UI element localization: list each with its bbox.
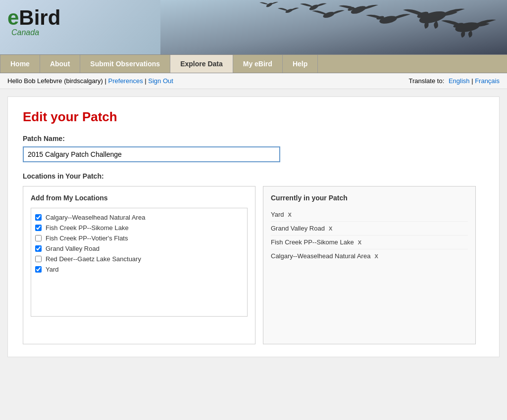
logo-bird-text: Bird <box>19 6 60 29</box>
locations-label: Locations in Your Patch: <box>23 172 484 180</box>
logo-area: eBird Canada <box>7 7 60 37</box>
user-bar: Hello Bob Lefebvre (birdscalgary) | Pref… <box>0 73 507 89</box>
logo-canada: Canada <box>11 28 60 37</box>
location-label-4: Grand Valley Road <box>46 245 100 252</box>
list-item: Fish Creek PP--Votier's Flats <box>35 233 243 243</box>
nav-my-ebird[interactable]: My eBird <box>233 55 283 73</box>
list-item: Fish Creek PP--Sikome Lake <box>35 223 243 233</box>
current-patch-item: Grand Valley Road X <box>271 222 468 235</box>
page-title: Edit your Patch <box>23 109 484 125</box>
translate-label: Translate to: <box>408 77 444 85</box>
logo-e-letter: e <box>7 6 19 29</box>
user-greeting-area: Hello Bob Lefebvre (birdscalgary) | Pref… <box>7 77 173 85</box>
current-patch-title: Currently in your Patch <box>271 194 468 202</box>
location-label-1: Calgary--Weaselhead Natural Area <box>46 214 145 221</box>
francais-link[interactable]: Français <box>475 77 500 85</box>
logo-ebird: eBird <box>7 7 60 28</box>
current-patch-item: Calgary--Weaselhead Natural Area X <box>271 249 468 263</box>
remove-yard-button[interactable]: X <box>288 212 292 218</box>
location-checkbox-1[interactable] <box>35 214 42 221</box>
current-item-label-3: Fish Creek PP--Sikome Lake <box>271 238 354 246</box>
location-label-5: Red Deer--Gaetz Lake Sanctuary <box>46 255 141 263</box>
translate-area: Translate to: English | Français <box>408 77 500 85</box>
list-item: Calgary--Weaselhead Natural Area <box>35 212 243 223</box>
header: eBird Canada <box>0 0 507 54</box>
locations-section: Locations in Your Patch: Add from My Loc… <box>23 172 484 344</box>
birds-silhouette <box>160 0 507 54</box>
location-checkbox-6[interactable] <box>35 266 42 273</box>
nav-home[interactable]: Home <box>0 55 40 73</box>
list-item: Red Deer--Gaetz Lake Sanctuary <box>35 254 243 264</box>
list-item: Grand Valley Road <box>35 243 243 254</box>
patch-name-input[interactable] <box>23 146 280 162</box>
location-checkbox-5[interactable] <box>35 256 42 262</box>
current-item-label-2: Grand Valley Road <box>271 225 325 232</box>
location-checkbox-2[interactable] <box>35 225 42 231</box>
remove-grand-valley-button[interactable]: X <box>329 226 332 232</box>
current-item-label-4: Calgary--Weaselhead Natural Area <box>271 252 370 260</box>
user-greeting-text: Hello Bob Lefebvre (birdscalgary) | <box>7 77 106 85</box>
nav-about[interactable]: About <box>40 55 80 73</box>
remove-fish-creek-button[interactable]: X <box>358 239 361 245</box>
current-patch-box: Currently in your Patch Yard X Grand Val… <box>263 186 476 344</box>
my-locations-list: Calgary--Weaselhead Natural Area Fish Cr… <box>31 208 248 317</box>
patch-name-label: Patch Name: <box>23 135 484 142</box>
nav-submit-observations[interactable]: Submit Observations <box>80 55 170 73</box>
nav-bar: Home About Submit Observations Explore D… <box>0 54 507 73</box>
remove-calgary-button[interactable]: X <box>374 253 378 259</box>
list-item: Yard <box>35 264 243 275</box>
location-checkbox-4[interactable] <box>35 245 42 252</box>
add-locations-box: Add from My Locations Calgary--Weaselhea… <box>23 186 255 344</box>
add-locations-title: Add from My Locations <box>31 194 248 202</box>
nav-help[interactable]: Help <box>283 55 318 73</box>
nav-explore-data[interactable]: Explore Data <box>170 55 233 73</box>
location-checkbox-3[interactable] <box>35 235 42 241</box>
current-item-label-1: Yard <box>271 211 284 218</box>
location-label-3: Fish Creek PP--Votier's Flats <box>46 234 128 242</box>
english-link[interactable]: English <box>449 77 470 85</box>
location-label-6: Yard <box>46 266 59 273</box>
main-content: Edit your Patch Patch Name: Locations in… <box>7 96 500 357</box>
locations-container: Add from My Locations Calgary--Weaselhea… <box>23 186 484 344</box>
current-patch-item: Fish Creek PP--Sikome Lake X <box>271 235 468 249</box>
location-label-2: Fish Creek PP--Sikome Lake <box>46 224 129 232</box>
signout-link[interactable]: Sign Out <box>148 77 173 85</box>
preferences-link[interactable]: Preferences <box>108 77 143 85</box>
current-patch-item: Yard X <box>271 208 468 222</box>
